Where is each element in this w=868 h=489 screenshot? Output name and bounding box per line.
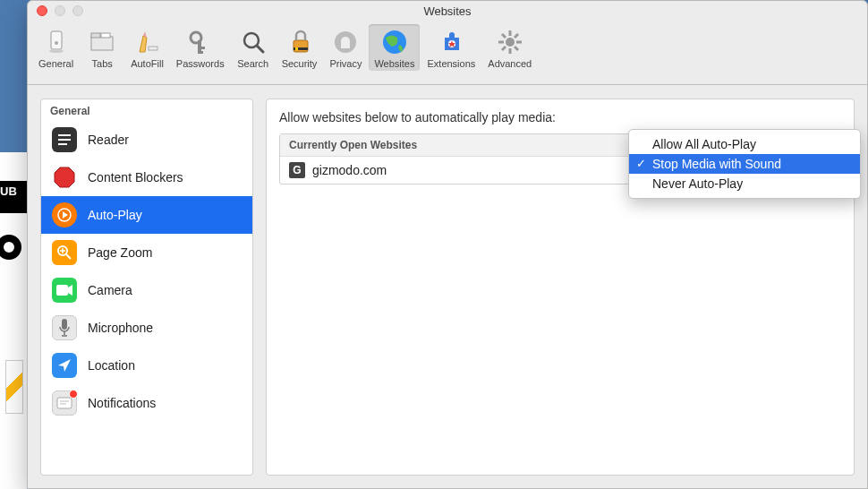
sidebar-item-reader[interactable]: Reader	[41, 121, 252, 159]
content-area: General Reader Content Blockers Auto-Pla…	[28, 86, 867, 488]
camera-icon	[52, 278, 77, 303]
play-icon	[52, 202, 77, 227]
check-icon: ✓	[636, 157, 646, 170]
sidebar-item-camera[interactable]: Camera	[41, 271, 252, 309]
sidebar-label: Notifications	[88, 396, 156, 410]
zoom-button[interactable]	[72, 5, 83, 16]
close-button[interactable]	[37, 5, 47, 16]
svg-rect-13	[294, 40, 308, 52]
svg-line-26	[515, 34, 518, 38]
svg-marker-39	[68, 285, 72, 296]
sidebar-label: Camera	[88, 283, 132, 297]
svg-line-25	[515, 47, 518, 50]
sidebar-item-auto-play[interactable]: Auto-Play	[41, 196, 252, 234]
zoom-icon	[52, 240, 77, 265]
background-text: UB	[0, 184, 17, 198]
preferences-window: Websites General Tabs AutoFill Passwords…	[27, 0, 868, 489]
toolbar-label: Passwords	[176, 58, 225, 69]
microphone-icon	[52, 315, 77, 340]
dropdown-option-stop-sound[interactable]: ✓ Stop Media with Sound	[629, 154, 860, 174]
reader-icon	[52, 127, 77, 152]
sidebar-item-microphone[interactable]: Microphone	[41, 309, 252, 347]
search-icon	[239, 28, 268, 56]
sidebar-label: Content Blockers	[88, 170, 183, 184]
security-icon	[285, 28, 314, 56]
sidebar-item-content-blockers[interactable]: Content Blockers	[41, 159, 252, 196]
location-icon	[52, 353, 77, 378]
toolbar-websites[interactable]: Websites	[369, 24, 420, 71]
dropdown-label: Allow All Auto-Play	[652, 137, 756, 151]
svg-line-12	[257, 46, 263, 52]
svg-rect-5	[101, 33, 110, 38]
autofill-icon	[132, 28, 161, 56]
dropdown-label: Never Auto-Play	[652, 176, 743, 191]
svg-point-19	[506, 38, 515, 47]
site-favicon: G	[289, 162, 305, 178]
sidebar-section-header: General	[41, 99, 252, 121]
toolbar-search[interactable]: Search	[232, 24, 275, 71]
dropdown-option-allow-all[interactable]: Allow All Auto-Play	[629, 134, 860, 154]
toolbar-label: Privacy	[329, 58, 362, 69]
svg-marker-31	[55, 167, 74, 187]
site-domain: gizmodo.com	[312, 163, 387, 177]
svg-rect-6	[149, 47, 157, 50]
toolbar-label: Tabs	[92, 58, 113, 69]
dropdown-option-never[interactable]: Never Auto-Play	[629, 174, 860, 193]
toolbar-security[interactable]: Security	[277, 24, 323, 71]
toolbar-label: Advanced	[488, 58, 532, 69]
toolbar-label: AutoFill	[131, 58, 164, 69]
passwords-icon	[186, 28, 215, 56]
privacy-icon	[331, 28, 360, 56]
svg-rect-38	[56, 285, 68, 296]
sidebar-item-page-zoom[interactable]: Page Zoom	[41, 234, 252, 271]
toolbar-label: Search	[237, 58, 268, 69]
tabs-icon	[88, 28, 116, 56]
svg-rect-44	[57, 398, 72, 408]
sidebar-item-location[interactable]: Location	[41, 347, 252, 384]
svg-point-2	[49, 49, 64, 53]
toolbar-label: Security	[282, 58, 318, 69]
toolbar-autofill[interactable]: AutoFill	[125, 24, 169, 71]
svg-rect-10	[198, 51, 203, 54]
svg-rect-15	[295, 47, 298, 50]
toolbar-label: Extensions	[427, 58, 475, 69]
toolbar-passwords[interactable]: Passwords	[171, 24, 230, 71]
sidebar-label: Microphone	[88, 321, 153, 335]
svg-rect-9	[198, 47, 205, 49]
toolbar-extensions[interactable]: Extensions	[421, 24, 481, 71]
badge-dot-icon	[69, 390, 78, 399]
background-shape	[5, 360, 23, 414]
toolbar-label: Websites	[374, 58, 414, 69]
autoplay-dropdown[interactable]: Allow All Auto-Play ✓ Stop Media with So…	[628, 129, 861, 199]
websites-icon	[380, 28, 409, 56]
notifications-icon	[52, 390, 77, 416]
titlebar: Websites	[28, 1, 867, 21]
traffic-lights	[37, 5, 83, 16]
minimize-button[interactable]	[55, 5, 65, 16]
toolbar-advanced[interactable]: Advanced	[482, 24, 537, 71]
svg-rect-3	[91, 37, 113, 50]
sidebar-label: Location	[88, 358, 135, 373]
extensions-icon	[437, 28, 465, 56]
toolbar-privacy[interactable]: Privacy	[324, 24, 367, 71]
toolbar-tabs[interactable]: Tabs	[81, 24, 123, 71]
sidebar-item-notifications[interactable]: Notifications	[41, 384, 252, 422]
sidebar-label: Auto-Play	[88, 208, 142, 222]
toolbar: General Tabs AutoFill Passwords Search S…	[28, 21, 867, 85]
sidebar-label: Page Zoom	[88, 245, 152, 260]
toolbar-general[interactable]: General	[33, 24, 79, 71]
stop-icon	[52, 165, 77, 190]
svg-line-35	[66, 254, 71, 259]
advanced-icon	[496, 28, 524, 56]
svg-rect-40	[62, 319, 67, 330]
window-title: Websites	[423, 4, 471, 18]
svg-marker-33	[63, 211, 68, 219]
toolbar-label: General	[38, 58, 73, 69]
main-panel: Allow websites below to automatically pl…	[266, 99, 855, 476]
svg-marker-43	[58, 359, 71, 372]
sidebar-label: Reader	[88, 133, 129, 147]
svg-line-24	[502, 34, 506, 38]
svg-point-1	[55, 41, 58, 45]
general-icon	[42, 28, 71, 56]
svg-rect-4	[91, 33, 100, 38]
